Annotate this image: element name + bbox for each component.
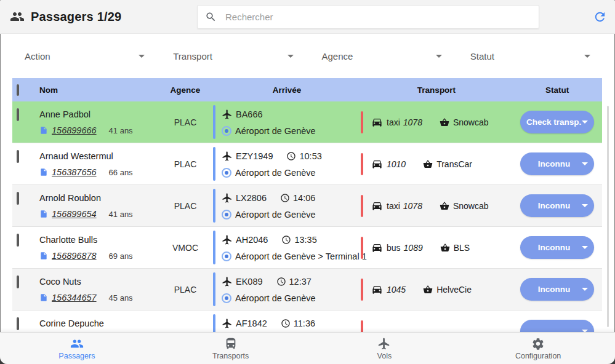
row-checkbox[interactable] [17, 150, 19, 163]
bus-icon [224, 337, 238, 350]
nav-label: Transports [212, 352, 249, 360]
location-icon [222, 168, 231, 178]
arrival-location: Aéroport de Genève [235, 126, 316, 136]
app-window: Passagers 1/29 Action Transport Agence S… [0, 0, 615, 364]
table-row[interactable]: Coco Nuts 156344657 45 ans PLAC EK089 12… [12, 269, 602, 311]
arrival-indicator-bar [213, 314, 215, 332]
document-icon [39, 251, 48, 261]
vehicle-type-label: bus [387, 243, 401, 253]
plane-icon [222, 151, 233, 162]
transport-company: TransCar [436, 159, 472, 169]
search-input[interactable] [225, 12, 531, 22]
filter-agence-label: Agence [322, 51, 353, 61]
filter-statut[interactable]: Statut [470, 51, 590, 61]
arrival-indicator-bar [213, 105, 215, 139]
flight-number: EK089 [236, 275, 263, 288]
row-checkbox[interactable] [17, 192, 19, 205]
bottom-nav: Passagers Transports Vols Configuration [0, 332, 615, 364]
document-icon [39, 293, 48, 303]
arrival-indicator-bar [213, 231, 215, 264]
location-icon [222, 251, 231, 261]
filter-agence[interactable]: Agence [322, 51, 442, 61]
flight-number: AH2046 [236, 234, 268, 246]
arrival-time: 14:06 [293, 192, 315, 204]
status-label: Inconnu [526, 201, 582, 210]
status-button[interactable]: Inconnu [520, 236, 594, 259]
status-label: Check transp... [526, 117, 582, 127]
agency-code: PLAC [158, 201, 213, 211]
transport-company: BLS [454, 243, 470, 253]
document-icon [39, 209, 48, 219]
nav-label: Configuration [515, 352, 561, 360]
passenger-name: Anne Padbol [39, 108, 158, 121]
search-box[interactable] [197, 5, 539, 29]
filter-transport[interactable]: Transport [173, 51, 293, 61]
nav-item-transports[interactable]: Transports [154, 333, 308, 364]
people-icon [10, 9, 25, 24]
row-checkbox[interactable] [17, 317, 19, 330]
row-checkbox[interactable] [17, 275, 19, 288]
chevron-down-icon [139, 55, 145, 58]
arrival-location: Aéroport de Genève [235, 293, 316, 303]
nav-item-configuration[interactable]: Configuration [461, 333, 615, 364]
nav-label: Passagers [58, 352, 95, 360]
row-checkbox[interactable] [17, 108, 19, 121]
phone-link[interactable]: 156899654 [52, 209, 97, 219]
plane-icon [222, 192, 233, 204]
passenger-age: 69 ans [109, 251, 133, 261]
table-row[interactable]: Anne Padbol 156899666 41 ans PLAC BA666 … [12, 101, 602, 143]
passenger-name: Coco Nuts [39, 275, 158, 288]
location-icon [222, 293, 231, 303]
table-row[interactable]: Corine Depuche AF1842 11:36 [12, 311, 602, 332]
agency-code: PLAC [158, 285, 213, 295]
phone-link[interactable]: 156899666 [52, 125, 97, 135]
transport-company: Snowcab [453, 201, 489, 211]
clock-icon [281, 235, 291, 245]
status-button[interactable] [520, 320, 594, 332]
column-header-agence: Agence [158, 85, 213, 95]
table-row[interactable]: Arnaud Westermul 156387656 66 ans PLAC E… [12, 143, 602, 185]
clock-icon [280, 193, 290, 203]
column-header-nom: Nom [34, 85, 158, 95]
clock-icon [286, 151, 296, 161]
filter-action-label: Action [25, 51, 50, 61]
location-icon [222, 126, 231, 136]
arrival-time: 11:36 [294, 317, 315, 330]
page-title: Passagers 1/29 [31, 10, 121, 24]
vehicle-number: 1045 [387, 285, 406, 295]
nav-item-passagers[interactable]: Passagers [0, 333, 154, 364]
table-row[interactable]: Arnold Roublon 156899654 41 ans PLAC LX2… [12, 185, 602, 227]
transport-company: HelveCie [436, 285, 472, 295]
table-row[interactable]: Charlotte Bulls 156896878 69 ans VMOC AH… [12, 227, 602, 269]
status-button[interactable]: Inconnu [520, 278, 594, 301]
row-checkbox[interactable] [17, 234, 19, 247]
status-button[interactable]: Inconnu [520, 194, 594, 217]
table-header: Nom Agence Arrivée Transport Statut [12, 78, 602, 101]
phone-link[interactable]: 156387656 [52, 167, 97, 177]
flight-number: LX2806 [236, 192, 267, 204]
nav-label: Vols [377, 352, 392, 360]
people-icon [70, 337, 84, 350]
transport-indicator-bar [361, 111, 363, 133]
agency-code: PLAC [158, 117, 213, 127]
phone-link[interactable]: 156344657 [52, 293, 97, 303]
status-button[interactable]: Inconnu [520, 152, 594, 175]
basket-icon [440, 243, 450, 253]
clock-icon [281, 318, 291, 328]
filter-action[interactable]: Action [25, 51, 145, 61]
chevron-down-icon [582, 246, 588, 249]
phone-link[interactable]: 156896878 [52, 251, 97, 261]
status-button[interactable]: Check transp... [520, 111, 594, 133]
chevron-down-icon [582, 121, 588, 124]
chevron-down-icon [287, 55, 294, 58]
passenger-name: Arnold Roublon [39, 192, 158, 204]
vehicle-number: 1078 [403, 201, 422, 211]
scrollbar[interactable] [607, 106, 609, 327]
refresh-button[interactable] [592, 10, 607, 25]
gear-icon [531, 337, 545, 350]
document-icon [39, 125, 48, 135]
nav-item-vols[interactable]: Vols [308, 333, 462, 364]
basket-icon [440, 201, 449, 211]
transport-indicator-bar [361, 195, 363, 217]
select-all-checkbox[interactable] [17, 84, 19, 96]
